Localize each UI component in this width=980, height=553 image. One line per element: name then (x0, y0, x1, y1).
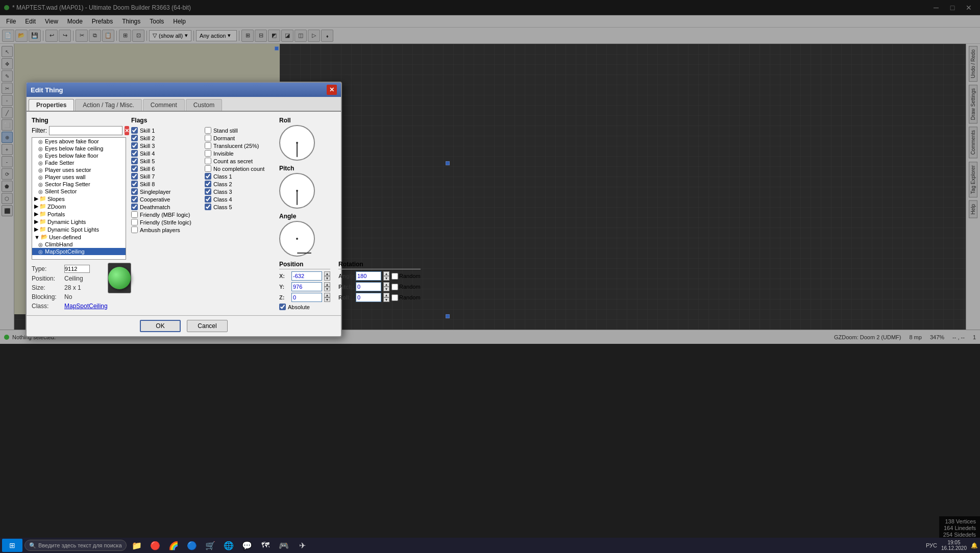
flag-deathmatch-checkbox[interactable] (131, 204, 138, 210)
pos-rot-section: Position X: ▲ ▼ Y: (279, 261, 421, 310)
tree-group-user-defined[interactable]: ▼ 📂 User-defined (32, 233, 126, 241)
tree-item-eyes-above-fake-floor[interactable]: ◎ Eyes above fake floor (32, 138, 126, 145)
tree-item-silent-sector[interactable]: ◎ Silent Sector (32, 188, 126, 195)
x-down-arrow[interactable]: ▼ (324, 276, 330, 281)
flag-invisible-checkbox[interactable] (205, 150, 211, 157)
tab-action-tag-misc[interactable]: Action / Tag / Misc. (75, 99, 141, 111)
tree-item-eyes-below-fake-floor[interactable]: ◎ Eyes below fake floor (32, 152, 126, 159)
flag-stand-still-checkbox[interactable] (205, 127, 211, 134)
angle-dial[interactable] (279, 221, 315, 257)
tree-item-player-uses-wall[interactable]: ◎ Player uses wall (32, 173, 126, 181)
leaf-icon: ◎ (38, 242, 43, 247)
tree-group-zdoom[interactable]: ▶ 📁 ZDoom (32, 203, 126, 210)
pitch-down-arrow[interactable]: ▼ (383, 287, 389, 291)
pitch-dial[interactable] (279, 173, 315, 209)
type-input[interactable] (64, 265, 90, 273)
flag-class4-checkbox[interactable] (205, 196, 211, 203)
flag-dormant-checkbox[interactable] (205, 135, 211, 141)
tree-item-sector-flag-setter[interactable]: ◎ Sector Flag Setter (32, 181, 126, 188)
tree-item-mapspotceiling[interactable]: ◎ MapSpotCeiling (32, 248, 126, 255)
angle-up-arrow[interactable]: ▲ (383, 271, 389, 276)
flag-friendly-mbf-label: Friendly (MBF logic) (140, 212, 190, 218)
flag-skill7-checkbox[interactable] (131, 173, 138, 180)
cancel-button[interactable]: Cancel (187, 320, 228, 332)
ok-button[interactable]: OK (140, 320, 181, 332)
tree-item-climbhand[interactable]: ◎ ClimbHand (32, 241, 126, 248)
tree-group-dynamic-spot-lights[interactable]: ▶ 📁 Dynamic Spot Lights (32, 225, 126, 233)
y-down-arrow[interactable]: ▼ (324, 287, 330, 291)
taskbar-explorer[interactable]: 📁 (129, 539, 145, 552)
flag-skill5-label: Skill 5 (140, 158, 155, 164)
filter-clear-button[interactable]: ✕ (125, 126, 129, 135)
taskbar-chrome[interactable]: 🌐 (220, 539, 237, 552)
rot-angle-input[interactable] (356, 271, 381, 281)
flag-ambush-players-checkbox[interactable] (131, 227, 138, 233)
taskbar-app4[interactable]: 🛒 (202, 539, 218, 552)
flag-friendly-strife-checkbox[interactable] (131, 219, 138, 225)
pitch-up-arrow[interactable]: ▲ (383, 282, 389, 287)
angle-label: Angle (279, 213, 421, 220)
tree-group-slopes[interactable]: ▶ 📁 Slopes (32, 195, 126, 203)
flag-skill8-checkbox[interactable] (131, 181, 138, 187)
roll-up-arrow[interactable]: ▲ (383, 293, 389, 297)
pos-x-input[interactable] (291, 271, 322, 281)
rot-pitch-input[interactable] (356, 282, 381, 291)
flag-class1-checkbox[interactable] (205, 173, 211, 180)
flag-skill3-checkbox[interactable] (131, 142, 138, 149)
taskbar-app7[interactable]: ✈ (294, 539, 310, 552)
roll-random-checkbox[interactable] (391, 294, 398, 301)
flag-skill2-checkbox[interactable] (131, 135, 138, 141)
y-up-arrow[interactable]: ▲ (324, 282, 330, 287)
roll-dial[interactable] (279, 125, 315, 161)
pos-y-input[interactable] (291, 282, 322, 291)
start-button[interactable]: ⊞ (2, 539, 22, 552)
flag-skill5-checkbox[interactable] (131, 158, 138, 164)
angle-random-checkbox[interactable] (391, 273, 398, 280)
roll-down-arrow[interactable]: ▼ (383, 297, 389, 302)
taskbar-search[interactable]: 🔍 Введите здесь текст для поиска (24, 540, 127, 551)
z-up-arrow[interactable]: ▲ (324, 293, 330, 297)
taskbar-app1[interactable]: 🔴 (147, 539, 163, 552)
x-up-arrow[interactable]: ▲ (324, 271, 330, 276)
filter-input[interactable] (49, 126, 122, 135)
tree-item-player-uses-sector[interactable]: ◎ Player uses sector (32, 166, 126, 173)
rot-angle-label: Angle: (338, 273, 354, 279)
tab-properties[interactable]: Properties (29, 99, 74, 111)
flag-friendly-mbf-checkbox[interactable] (131, 211, 138, 218)
tree-group-portals[interactable]: ▶ 📁 Portals (32, 210, 126, 218)
flag-class2-checkbox[interactable] (205, 181, 211, 187)
taskbar-app2[interactable]: 🌈 (165, 539, 182, 552)
flag-count-as-secret-checkbox[interactable] (205, 158, 211, 164)
taskbar-app5[interactable]: 🗺 (257, 539, 274, 552)
tree-item-fade-setter[interactable]: ◎ Fade Setter (32, 159, 126, 166)
thing-tree-list[interactable]: ◎ Eyes above fake floor ◎ Eyes below fak… (32, 137, 126, 260)
tree-group-dynamic-lights[interactable]: ▶ 📁 Dynamic Lights (32, 218, 126, 225)
angle-down-arrow[interactable]: ▼ (383, 276, 389, 281)
z-down-arrow[interactable]: ▼ (324, 297, 330, 302)
tree-item-eyes-below-fake-ceiling[interactable]: ◎ Eyes below fake ceiling (32, 145, 126, 152)
tab-custom[interactable]: Custom (186, 99, 222, 111)
pitch-random-checkbox[interactable] (391, 284, 398, 290)
taskbar-app6[interactable]: 🎮 (276, 539, 292, 552)
pos-z-input[interactable] (291, 293, 322, 302)
flag-class5-checkbox[interactable] (205, 204, 211, 210)
flag-class4: Class 4 (205, 196, 274, 203)
flag-translucent-checkbox[interactable] (205, 142, 211, 149)
taskbar-app3[interactable]: 🔵 (184, 539, 200, 552)
flag-skill1-checkbox[interactable] (131, 127, 138, 134)
flag-class3-checkbox[interactable] (205, 188, 211, 195)
flag-no-completion-count-checkbox[interactable] (205, 165, 211, 172)
tab-comment[interactable]: Comment (143, 99, 185, 111)
flag-skill4-checkbox[interactable] (131, 150, 138, 157)
flag-singleplayer-checkbox[interactable] (131, 188, 138, 195)
taskbar-notification[interactable]: 🔔 (971, 542, 978, 549)
flag-cooperative-checkbox[interactable] (131, 196, 138, 203)
taskbar-discord[interactable]: 💬 (239, 539, 255, 552)
rot-roll-input[interactable] (356, 293, 381, 302)
pos-y-row: Y: ▲ ▼ (279, 282, 330, 291)
dialog-close-button[interactable]: ✕ (327, 85, 337, 95)
flag-skill6-checkbox[interactable] (131, 165, 138, 172)
tree-item-label: Eyes above fake floor (45, 138, 99, 144)
class-value[interactable]: MapSpotCeiling (64, 303, 108, 310)
absolute-checkbox[interactable] (279, 304, 286, 310)
